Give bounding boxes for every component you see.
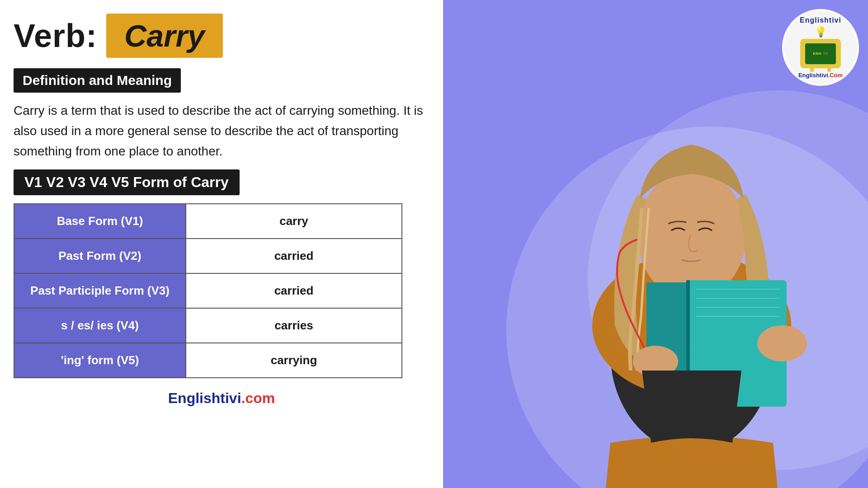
table-value-cell: carries — [186, 308, 402, 343]
footer-brand: Englishtivi.com — [14, 390, 429, 407]
table-label-cell: s / es/ ies (V4) — [14, 308, 186, 343]
definition-heading-text: Definition and Meaning — [23, 73, 172, 88]
definition-heading-box: Definition and Meaning — [14, 68, 181, 93]
brand-red-text: .com — [241, 390, 275, 406]
logo-tv-leg-left — [810, 67, 814, 72]
logo-tv-leg-right — [827, 67, 831, 72]
v-forms-heading-text: V1 V2 V3 V4 V5 Form of Carry — [24, 174, 229, 190]
logo-text-top: Englishtivi — [800, 16, 841, 24]
verb-forms-table: Base Form (V1)carryPast Form (V2)carried… — [14, 203, 402, 378]
table-row: s / es/ ies (V4)carries — [14, 308, 402, 343]
verb-label: Verb: — [14, 17, 97, 54]
logo-com-text: Englishtivi.Com — [798, 72, 843, 79]
table-value-cell: carried — [186, 273, 402, 308]
table-value-cell: carried — [186, 239, 402, 273]
svg-rect-14 — [779, 333, 787, 359]
table-label-cell: Past Participle Form (V3) — [14, 273, 186, 308]
left-panel: Verb: Carry Definition and Meaning Carry… — [0, 0, 443, 488]
table-value-cell: carry — [186, 204, 402, 239]
v-forms-heading-box: V1 V2 V3 V4 V5 Form of Carry — [14, 169, 240, 195]
table-row: Base Form (V1)carry — [14, 204, 402, 239]
logo-tv-screen: ENG TV — [805, 43, 836, 64]
svg-rect-13 — [769, 334, 777, 359]
title-row: Verb: Carry — [14, 14, 429, 58]
table-label-cell: Base Form (V1) — [14, 204, 186, 239]
brand-dark-text: Englishtivi — [168, 390, 241, 406]
lightbulb-icon: 💡 — [800, 26, 841, 38]
verb-word: Carry — [124, 19, 205, 53]
right-panel: Englishtivi 💡 ENG TV Englishtivi.Com — [443, 0, 868, 488]
svg-rect-15 — [789, 334, 797, 359]
table-value-cell: carrying — [186, 343, 402, 378]
logo-tv: ENG TV — [800, 39, 841, 68]
table-label-cell: 'ing' form (V5) — [14, 343, 186, 378]
logo-circle: Englishtivi 💡 ENG TV Englishtivi.Com — [782, 9, 859, 86]
table-row: Past Participle Form (V3)carried — [14, 273, 402, 308]
table-label-cell: Past Form (V2) — [14, 239, 186, 273]
verb-word-box: Carry — [106, 14, 223, 58]
definition-body: Carry is a term that is used to describe… — [14, 101, 429, 161]
table-row: 'ing' form (V5)carrying — [14, 343, 402, 378]
table-row: Past Form (V2)carried — [14, 239, 402, 273]
